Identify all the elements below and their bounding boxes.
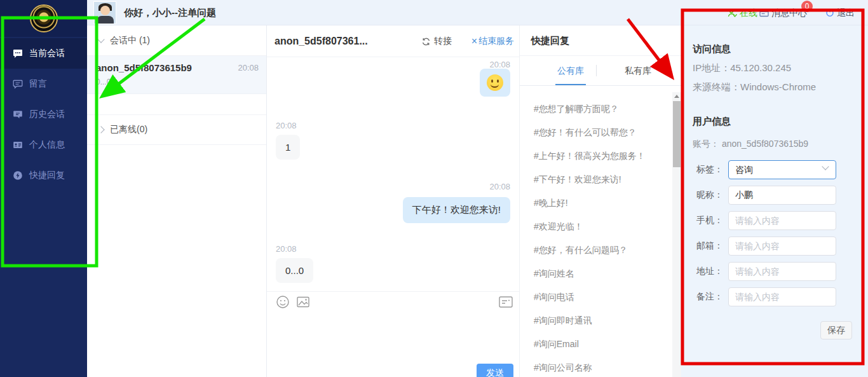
active-tab-underline xyxy=(555,84,586,85)
conversation-name: anon_5d5f8073615b9 xyxy=(96,62,257,73)
logout-button[interactable]: 退出 xyxy=(825,0,855,25)
sidebar-item-history-sessions[interactable]: 历史会话 xyxy=(0,99,87,130)
phone-input[interactable] xyxy=(728,211,836,230)
visit-info-title: 访问信息 xyxy=(693,43,731,55)
message-timestamp: 20:08 xyxy=(489,60,510,69)
quick-reply-tabs: 公有库 私有库 xyxy=(520,56,681,86)
terminal-row: 来源终端：Windows-Chrome xyxy=(693,81,816,93)
quick-reply-item[interactable]: #询问电话 xyxy=(520,285,672,309)
quick-reply-item[interactable]: #欢迎光临！ xyxy=(520,215,672,238)
user-info-title: 用户信息 xyxy=(693,116,731,128)
scrollbar-thumb[interactable] xyxy=(673,101,681,167)
chat-visitor-name: anon_5d5f807361... xyxy=(275,25,368,57)
terminal-label: 来源终端： xyxy=(693,81,740,92)
sidebar-menu: 当前会话 留言 历史会话 个人信息 快捷回复 xyxy=(0,37,87,191)
remark-field-row: 备注： xyxy=(681,287,868,306)
company-logo xyxy=(30,4,58,32)
account-label: 账号： xyxy=(693,139,719,149)
id-card-icon xyxy=(13,140,23,150)
close-x-icon: × xyxy=(471,36,477,47)
message-center-icon xyxy=(759,8,769,18)
account-value: anon_5d5f8073615b9 xyxy=(722,139,808,149)
input-toolbar-divider xyxy=(267,291,519,292)
quick-reply-item[interactable]: #上午好！很高兴为您服务！ xyxy=(520,144,672,168)
conversation-list-panel: 会话中 (1) anon_5d5f8073615b9 20:08 0...0 已… xyxy=(87,25,267,377)
ip-value: 45.120.30.245 xyxy=(730,62,791,73)
nickname-input[interactable] xyxy=(728,186,836,205)
ip-address-row: IP地址：45.120.30.245 xyxy=(693,62,791,74)
conversation-time: 20:08 xyxy=(238,63,259,72)
end-service-label: 结束服务 xyxy=(478,36,514,47)
message-count-badge: 0 xyxy=(801,1,813,12)
visitor-info-panel: 访问信息 IP地址：45.120.30.245 来源终端：Windows-Chr… xyxy=(681,25,868,377)
image-upload-icon[interactable] xyxy=(296,295,310,312)
remark-label: 备注： xyxy=(681,291,723,303)
quick-reply-item[interactable]: #询问Email xyxy=(520,332,672,356)
address-input[interactable] xyxy=(728,262,836,281)
online-status[interactable]: 在线 xyxy=(728,0,757,25)
sidebar-item-label: 个人信息 xyxy=(29,139,65,151)
sidebar-item-label: 快捷回复 xyxy=(29,170,65,181)
terminal-value: Windows-Chrome xyxy=(740,81,816,92)
sidebar-item-label: 历史会话 xyxy=(29,109,65,120)
transfer-button[interactable]: 转接 xyxy=(421,25,452,57)
topbar: 你好，小小--注单问题 在线 消息中心 0 退出 xyxy=(87,0,868,25)
transfer-refresh-icon xyxy=(421,37,431,46)
tag-select[interactable]: 咨询 xyxy=(728,160,836,179)
sidebar-item-current-sessions[interactable]: 当前会话 xyxy=(0,38,87,69)
logout-label: 退出 xyxy=(837,0,855,25)
ip-label: IP地址： xyxy=(693,62,730,73)
quick-reply-scrollbar[interactable] xyxy=(672,92,681,377)
quick-reply-item[interactable]: #您想了解哪方面呢？ xyxy=(520,97,672,121)
agent-greeting-title: 你好，小小--注单问题 xyxy=(124,0,216,25)
quick-reply-item[interactable]: #下午好！欢迎您来访! xyxy=(520,168,672,191)
message-timestamp: 20:08 xyxy=(489,182,510,191)
email-field-row: 邮箱： xyxy=(681,236,868,256)
online-person-check-icon xyxy=(728,8,737,18)
quick-reply-item[interactable]: #询问姓名 xyxy=(520,262,672,285)
offline-sessions-section-header[interactable]: 已离线(0) xyxy=(87,114,266,145)
transfer-label: 转接 xyxy=(434,36,452,47)
save-button[interactable]: 保存 xyxy=(820,321,852,339)
message-center-button[interactable]: 消息中心 xyxy=(759,0,807,25)
end-service-button[interactable]: × 结束服务 xyxy=(471,25,514,57)
quick-reply-item[interactable]: #晚上好! xyxy=(520,191,672,215)
sidebar-item-quick-replies[interactable]: 快捷回复 xyxy=(0,160,87,191)
active-sessions-section-header[interactable]: 会话中 (1) xyxy=(87,25,266,56)
tab-public-library[interactable]: 公有库 xyxy=(532,56,609,85)
remark-input[interactable] xyxy=(728,287,836,306)
quick-reply-item[interactable]: #您好！有什么可以帮您？ xyxy=(520,121,672,144)
email-label: 邮箱： xyxy=(681,240,723,252)
sidebar-item-leave-message[interactable]: 留言 xyxy=(0,69,87,99)
quick-reply-item[interactable]: #您好，有什么问题吗？ xyxy=(520,238,672,262)
message-bubble: 1 xyxy=(276,135,300,160)
chevron-down-icon xyxy=(97,36,104,43)
chat-header: anon_5d5f807361... 转接 × 结束服务 xyxy=(267,25,519,57)
tab-divider xyxy=(596,65,597,76)
canned-reply-note-icon[interactable] xyxy=(498,295,513,312)
smiley-emoji-icon xyxy=(487,74,503,91)
scrollbar-up-arrow-icon[interactable] xyxy=(674,95,679,98)
send-button[interactable]: 发送 xyxy=(477,364,513,377)
conversation-preview: 0...0 xyxy=(96,78,257,86)
email-input[interactable] xyxy=(728,236,836,256)
tag-label: 标签： xyxy=(681,164,723,175)
conversation-list-item[interactable]: anon_5d5f8073615b9 20:08 0...0 xyxy=(87,56,266,94)
quick-reply-title: 快捷回复 xyxy=(520,25,681,56)
phone-field-row: 手机： xyxy=(681,211,868,230)
sidebar-item-personal-info[interactable]: 个人信息 xyxy=(0,130,87,160)
tab-private-library[interactable]: 私有库 xyxy=(600,56,676,85)
active-sessions-label: 会话中 (1) xyxy=(110,35,150,46)
message-timestamp: 20:08 xyxy=(276,244,297,254)
quick-reply-item[interactable]: #询问即时通讯 xyxy=(520,309,672,332)
phone-label: 手机： xyxy=(681,215,723,226)
quick-reply-item[interactable]: #询问公司名称 xyxy=(520,356,672,377)
chat-panel: anon_5d5f807361... 转接 × 结束服务 20:08 20:08… xyxy=(267,25,520,377)
tab-label: 私有库 xyxy=(625,65,651,76)
quick-reply-list: #您想了解哪方面呢？ #您好！有什么可以帮您？ #上午好！很高兴为您服务！ #下… xyxy=(520,97,672,377)
sidebar-item-label: 留言 xyxy=(29,78,47,90)
nickname-field-row: 昵称： xyxy=(681,186,868,205)
emoji-picker-icon[interactable] xyxy=(276,295,290,312)
logo-container xyxy=(0,0,87,37)
tag-selected-value: 咨询 xyxy=(735,165,753,175)
